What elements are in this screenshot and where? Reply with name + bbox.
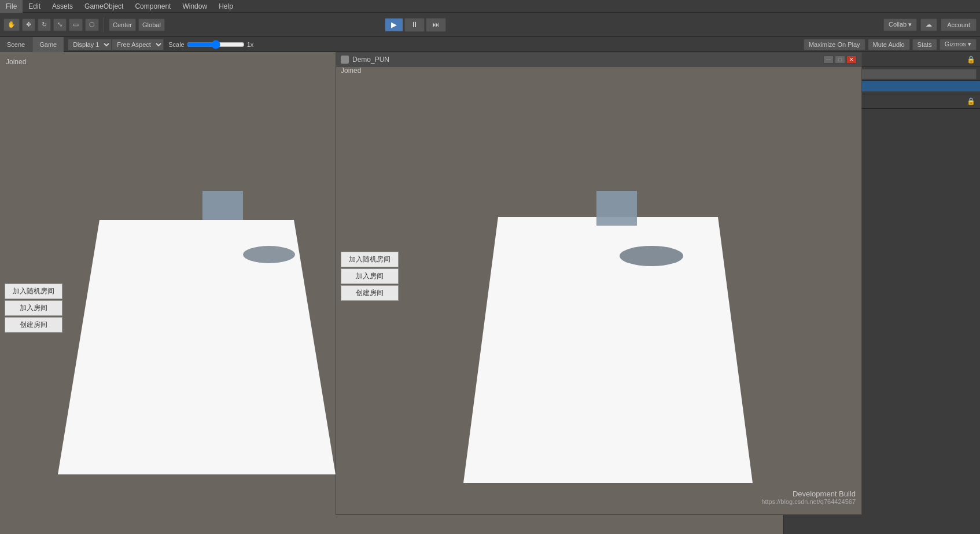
scale-label: Scale (168, 41, 185, 48)
platform-left (58, 220, 336, 474)
scene-tab[interactable]: Scene (0, 37, 32, 52)
play-button[interactable]: ▶ (385, 18, 403, 32)
transform-tool-button[interactable]: ⬡ (85, 19, 99, 31)
secondary-toolbar: Scene Game Display 1 Free Aspect Scale 1… (0, 37, 980, 52)
demo-title-icon (341, 56, 349, 64)
menu-window[interactable]: Window (176, 0, 213, 13)
join-room-btn-left[interactable]: 加入房间 (5, 300, 62, 316)
menu-edit[interactable]: Edit (23, 0, 46, 13)
shadow-left (243, 246, 295, 263)
create-room-btn-left[interactable]: 创建房间 (5, 317, 62, 333)
demo-title-text: Demo_PUN (352, 56, 389, 64)
inspector-lock: 🔒 (967, 97, 975, 105)
separator-1 (104, 17, 104, 32)
platform-right (463, 217, 753, 483)
dev-build-text: Development Build (761, 489, 856, 498)
lock-icon[interactable]: 🔒 (967, 56, 975, 64)
menu-file[interactable]: File (0, 0, 23, 13)
shadow-right (620, 246, 683, 266)
demo-titlebar-controls: — □ ✕ (823, 56, 857, 64)
collab-button[interactable]: Collab ▾ (883, 19, 917, 31)
main-area: Joined 加入随机房间 加入房间 创建房间 Demo_PUN — □ (0, 52, 980, 534)
create-room-btn-right[interactable]: 创建房间 (341, 285, 399, 301)
aspect-select[interactable]: Free Aspect (112, 39, 164, 50)
join-room-btn-right[interactable]: 加入房间 (341, 268, 399, 284)
demo-joined-label: Joined (336, 67, 366, 78)
join-random-btn-left[interactable]: 加入随机房间 (5, 283, 62, 299)
joined-label: Joined (6, 58, 26, 66)
scene-right: Joined 加入随机房间 加入房间 创建房间 Development Buil… (336, 67, 861, 511)
game-view: Joined 加入随机房间 加入房间 创建房间 Demo_PUN — □ (0, 52, 980, 534)
btn-group-left: 加入随机房间 加入房间 创建房间 (5, 283, 62, 333)
restore-btn[interactable]: □ (835, 56, 845, 64)
cloud-button[interactable]: ☁ (920, 19, 937, 31)
game-toolbar-right: Maximize On Play Mute Audio Stats Gizmos… (804, 39, 980, 50)
gizmos-button[interactable]: Gizmos ▾ (940, 39, 977, 50)
stats-button[interactable]: Stats (912, 39, 937, 50)
lock-inspector-icon[interactable]: 🔒 (967, 97, 975, 105)
menu-assets[interactable]: Assets (46, 0, 79, 13)
display-select[interactable]: Display 1 (68, 39, 112, 50)
minimize-btn[interactable]: — (823, 56, 834, 64)
mute-button[interactable]: Mute Audio (868, 39, 910, 50)
maximize-button[interactable]: Maximize On Play (804, 39, 865, 50)
scale-value: 1x (247, 41, 254, 48)
right-toolbar: Collab ▾ ☁ Account (883, 19, 977, 31)
game-tab[interactable]: Game (32, 37, 64, 52)
rect-tool-button[interactable]: ▭ (69, 19, 83, 31)
dev-build: Development Build https://blog.csdn.net/… (761, 489, 856, 505)
main-toolbar: ✋ ✥ ↻ ⤡ ▭ ⬡ Center Global ▶ ⏸ ⏭ Collab ▾… (0, 13, 980, 37)
play-controls: ▶ ⏸ ⏭ (385, 18, 446, 32)
rotate-tool-button[interactable]: ↻ (38, 19, 51, 31)
cube-left (202, 191, 243, 220)
move-tool-button[interactable]: ✥ (22, 19, 35, 31)
menu-gameobject[interactable]: GameObject (79, 0, 129, 13)
hand-tool-button[interactable]: ✋ (3, 19, 20, 31)
account-button[interactable]: Account (941, 19, 977, 31)
join-random-btn-right[interactable]: 加入随机房间 (341, 252, 399, 267)
menubar: File Edit Assets GameObject Component Wi… (0, 0, 980, 13)
step-button[interactable]: ⏭ (426, 18, 446, 32)
demo-pun-window: Demo_PUN — □ ✕ Joined 加入随机房间 (336, 52, 862, 515)
menu-help[interactable]: Help (213, 0, 239, 13)
close-btn[interactable]: ✕ (846, 56, 857, 64)
dev-build-url: https://blog.csdn.net/q764424567 (761, 498, 856, 505)
menu-component[interactable]: Component (129, 0, 176, 13)
btn-group-right: 加入随机房间 加入房间 创建房间 (341, 252, 399, 301)
global-button[interactable]: Global (138, 19, 165, 31)
pause-button[interactable]: ⏸ (404, 18, 425, 32)
hierarchy-controls: 🔒 (967, 56, 975, 64)
cube-right (596, 191, 637, 226)
demo-titlebar: Demo_PUN — □ ✕ (336, 53, 861, 67)
center-button[interactable]: Center (109, 19, 136, 31)
scale-tool-button[interactable]: ⤡ (53, 19, 67, 31)
scale-slider[interactable] (187, 40, 245, 49)
